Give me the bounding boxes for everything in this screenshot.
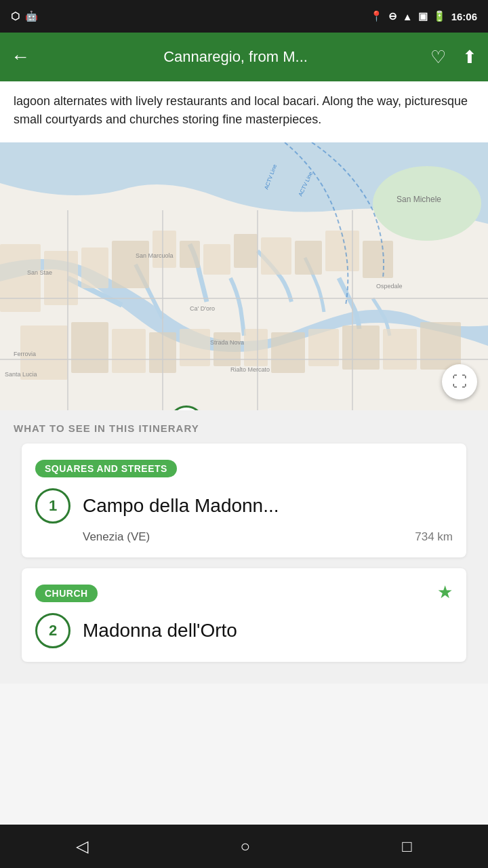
top-bar-actions: ♡ ⬆ xyxy=(430,47,477,68)
svg-text:Strada Nova: Strada Nova xyxy=(210,339,244,346)
svg-rect-11 xyxy=(261,237,291,275)
svg-rect-3 xyxy=(0,244,41,312)
svg-text:San Michele: San Michele xyxy=(396,195,441,204)
android-icon: 🤖 xyxy=(25,10,38,22)
svg-rect-26 xyxy=(420,322,461,370)
card-row-1: 1 Campo della Madonn... xyxy=(35,488,453,524)
card-tag-1: SQUARES AND STREETS xyxy=(35,460,177,477)
svg-text:Ferrovia: Ferrovia xyxy=(14,351,36,357)
status-right-icons: 📍 ⊖ ▲ ▣ 🔋 16:06 xyxy=(370,10,477,22)
svg-rect-20 xyxy=(214,332,241,366)
minus-circle-icon: ⊖ xyxy=(388,10,397,22)
location-icon: 📍 xyxy=(370,10,383,22)
svg-rect-25 xyxy=(383,329,417,370)
svg-rect-10 xyxy=(234,234,258,268)
svg-rect-6 xyxy=(112,241,149,288)
cards-container: SQUARES AND STREETS 1 Campo della Madonn… xyxy=(0,443,488,684)
svg-text:San Stae: San Stae xyxy=(27,269,52,276)
svg-rect-9 xyxy=(203,244,230,275)
card-footer-1: Venezia (VE) 734 km xyxy=(35,530,453,544)
svg-rect-17 xyxy=(112,329,146,373)
status-left-icons: ⬡ 🤖 xyxy=(11,10,38,22)
clock: 16:06 xyxy=(451,11,477,22)
svg-rect-21 xyxy=(244,329,268,366)
svg-rect-24 xyxy=(342,326,380,370)
home-nav-button[interactable]: ○ xyxy=(220,830,270,863)
svg-text:Rialto Mercato: Rialto Mercato xyxy=(230,366,270,373)
share-button[interactable]: ⬆ xyxy=(462,47,477,68)
card-number-2: 2 xyxy=(35,613,70,648)
favorite-button[interactable]: ♡ xyxy=(430,47,446,68)
back-nav-button[interactable]: ◁ xyxy=(56,830,108,863)
description-text: lagoon alternates with lively restaurant… xyxy=(0,81,488,142)
map-fullscreen-button[interactable]: ⛶ xyxy=(442,364,477,399)
svg-rect-22 xyxy=(271,332,305,373)
svg-rect-12 xyxy=(295,241,322,275)
map-area[interactable]: San Michele xyxy=(0,142,488,410)
map-svg: San Michele xyxy=(0,142,488,410)
recents-nav-button[interactable]: □ xyxy=(382,830,432,863)
card-item-2[interactable]: CHURCH ★ 2 Madonna dell'Orto xyxy=(22,568,466,662)
signal-icon: ⬡ xyxy=(11,10,20,22)
svg-text:Ca' D'oro: Ca' D'oro xyxy=(190,305,215,312)
battery-icon: 🔋 xyxy=(433,10,446,22)
card-item-1[interactable]: SQUARES AND STREETS 1 Campo della Madonn… xyxy=(22,443,466,557)
svg-rect-5 xyxy=(81,248,108,288)
card-row-2: 2 Madonna dell'Orto xyxy=(35,613,453,648)
back-button[interactable]: ← xyxy=(11,46,30,68)
card-title-2: Madonna dell'Orto xyxy=(83,620,453,642)
svg-rect-14 xyxy=(363,241,393,278)
svg-rect-19 xyxy=(180,329,210,366)
svg-rect-7 xyxy=(152,231,176,268)
section-header: WHAT TO SEE IN THIS ITINERARY xyxy=(0,410,488,443)
card-number-1: 1 xyxy=(35,488,70,524)
svg-text:San Marcuola: San Marcuola xyxy=(136,252,174,259)
sim-icon: ▣ xyxy=(418,10,428,22)
status-bar: ⬡ 🤖 📍 ⊖ ▲ ▣ 🔋 16:06 xyxy=(0,0,488,33)
svg-rect-4 xyxy=(44,251,78,305)
card-star-2: ★ xyxy=(437,582,453,603)
card-title-1: Campo della Madonn... xyxy=(83,495,453,517)
wifi-icon: ▲ xyxy=(403,11,413,22)
page-title: Cannaregio, from M... xyxy=(41,48,430,66)
svg-text:Santa Lucia: Santa Lucia xyxy=(5,371,37,378)
card-distance-1: 734 km xyxy=(415,530,453,544)
top-bar: ← Cannaregio, from M... ♡ ⬆ xyxy=(0,33,488,81)
fullscreen-icon: ⛶ xyxy=(452,373,467,391)
card-tag-2: CHURCH xyxy=(35,585,98,602)
svg-rect-16 xyxy=(71,322,108,373)
card-location-1: Venezia (VE) xyxy=(83,530,150,544)
svg-rect-23 xyxy=(308,329,339,366)
bottom-nav: ◁ ○ □ xyxy=(0,825,488,868)
svg-text:Ospedale: Ospedale xyxy=(376,283,403,290)
svg-rect-8 xyxy=(180,241,200,268)
